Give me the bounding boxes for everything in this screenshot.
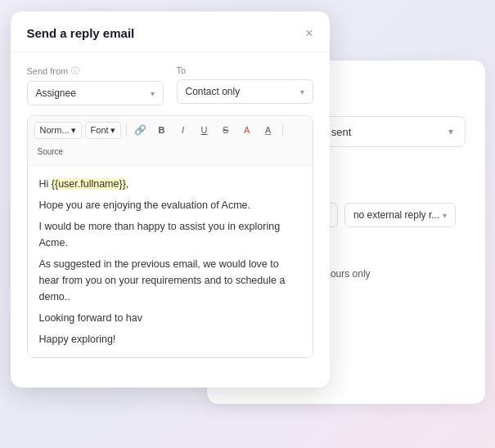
format-arrow-icon: ▾ (71, 125, 76, 136)
font-color-button[interactable]: A (238, 121, 256, 139)
dialog-body: Send from ⓘ Assignee ▾ To Contact only ▾ (11, 52, 330, 371)
to-arrow-icon: ▾ (300, 87, 304, 96)
email-line-3: I would be more than happy to assist you… (39, 218, 301, 251)
send-from-label: Send from ⓘ (27, 65, 164, 77)
fields-row: Send from ⓘ Assignee ▾ To Contact only ▾ (27, 65, 313, 105)
email-line-4: As suggested in the previous email, we w… (39, 256, 301, 305)
email-line-6: Happy exploring! (39, 331, 301, 347)
bold-button[interactable]: B (153, 121, 171, 139)
strikethrough-button[interactable]: S (217, 121, 235, 139)
editor-toolbar: Norm... ▾ Font ▾ 🔗 B I U S A A (28, 116, 313, 166)
email-editor: Norm... ▾ Font ▾ 🔗 B I U S A A (27, 115, 313, 358)
condition-col2-select[interactable]: no external reply r... ▾ (344, 203, 456, 227)
send-from-select[interactable]: Assignee ▾ (27, 81, 164, 105)
toolbar-divider-2 (282, 123, 283, 137)
cond-arrow2-icon: ▾ (443, 211, 447, 220)
dialog-title: Send a reply email (27, 26, 135, 40)
send-from-arrow-icon: ▾ (151, 89, 155, 98)
link-button[interactable]: 🔗 (132, 121, 150, 139)
dropdown-arrow-icon: ▾ (448, 126, 453, 137)
dialog-header: Send a reply email × (11, 11, 330, 52)
send-from-group: Send from ⓘ Assignee ▾ (27, 65, 164, 105)
to-group: To Contact only ▾ (177, 65, 313, 105)
toolbar-divider-1 (126, 123, 127, 137)
email-line-1: Hi {{user.fullname}}, (39, 176, 301, 192)
bg-color-button[interactable]: A (259, 121, 277, 139)
close-button[interactable]: × (305, 27, 313, 40)
font-arrow-icon: ▾ (110, 125, 115, 136)
underline-button[interactable]: U (196, 121, 214, 139)
email-line-5: Looking forward to hav (39, 310, 301, 326)
to-select[interactable]: Contact only ▾ (177, 79, 313, 104)
to-label: To (177, 65, 313, 75)
source-button[interactable]: Source (34, 142, 67, 160)
send-reply-dialog: Send a reply email × Send from ⓘ Assigne… (11, 11, 330, 388)
font-select[interactable]: Font ▾ (85, 122, 121, 139)
format-select[interactable]: Norm... ▾ (34, 122, 82, 139)
email-line-2: Hope you are enjoying the evaluation of … (39, 197, 301, 213)
italic-button[interactable]: I (174, 121, 192, 139)
info-icon: ⓘ (71, 65, 79, 77)
editor-content[interactable]: Hi {{user.fullname}}, Hope you are enjoy… (28, 166, 313, 357)
